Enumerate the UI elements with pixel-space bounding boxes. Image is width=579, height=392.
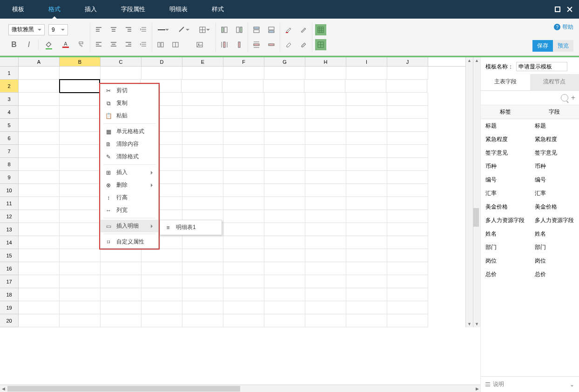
outdent-icon[interactable]	[138, 39, 149, 50]
svg-rect-9	[240, 27, 242, 33]
font-size-select[interactable]: 9	[48, 24, 68, 35]
svg-rect-15	[269, 31, 274, 33]
chevron-down-icon	[38, 29, 41, 33]
svg-rect-14	[254, 30, 259, 33]
help-label: 帮助	[562, 23, 573, 31]
tab-field-attr[interactable]: 字段属性	[109, 0, 157, 19]
svg-rect-0	[79, 42, 83, 44]
indent-icon[interactable]	[138, 24, 149, 35]
ribbon: 微软雅黑 9 B I A	[0, 19, 579, 56]
tab-detail-table[interactable]: 明细表	[157, 0, 200, 19]
chevron-down-icon	[61, 29, 65, 33]
font-name-select[interactable]: 微软雅黑	[8, 24, 45, 35]
insert-col-right-icon[interactable]	[234, 24, 245, 35]
svg-rect-11	[223, 42, 225, 47]
svg-rect-2	[158, 42, 160, 47]
delete-row-icon[interactable]	[251, 39, 262, 50]
chevron-down-icon	[165, 29, 169, 33]
insert-col-left-icon[interactable]	[219, 24, 230, 35]
chevron-down-icon	[186, 29, 189, 33]
line-style-button[interactable]	[175, 24, 192, 35]
help-link[interactable]: ?帮助	[554, 23, 573, 31]
font-color-button[interactable]: A	[59, 40, 72, 49]
tab-template[interactable]: 模板	[0, 0, 36, 19]
align-top-right-icon[interactable]	[123, 24, 134, 35]
borders-button[interactable]	[196, 24, 213, 35]
image-icon[interactable]	[194, 39, 205, 50]
svg-rect-12	[238, 42, 240, 47]
clear-format-icon[interactable]	[283, 24, 294, 35]
grid-view2-icon[interactable]	[315, 39, 326, 50]
format-painter-button[interactable]	[76, 39, 87, 50]
fill-color-button[interactable]	[42, 40, 55, 49]
delete-row2-icon[interactable]	[266, 39, 277, 50]
menubar: 模板 格式 插入 字段属性 明细表 样式	[0, 0, 579, 19]
tab-insert[interactable]: 插入	[73, 0, 109, 19]
close-icon[interactable]	[565, 5, 574, 14]
align-center-icon[interactable]	[108, 39, 119, 50]
svg-rect-19	[318, 27, 323, 33]
svg-rect-3	[161, 42, 163, 47]
delete-col2-icon[interactable]	[234, 39, 245, 50]
align-top-left-icon[interactable]	[93, 24, 104, 35]
help-icon: ?	[554, 24, 560, 30]
merge-center-icon[interactable]	[170, 39, 181, 50]
font-name-label: 微软雅黑	[12, 26, 34, 34]
clear-all-icon[interactable]	[298, 24, 309, 35]
align-top-center-icon[interactable]	[108, 24, 119, 35]
insert-row-above-icon[interactable]	[251, 24, 262, 35]
eraser-icon[interactable]	[283, 39, 294, 50]
svg-rect-8	[224, 27, 227, 33]
save-button[interactable]: 保存	[532, 40, 553, 52]
align-right-icon[interactable]	[123, 39, 134, 50]
insert-row-below-icon[interactable]	[266, 24, 277, 35]
merge-left-icon[interactable]	[155, 39, 166, 50]
italic-button[interactable]: I	[23, 39, 34, 50]
align-left-icon[interactable]	[93, 39, 104, 50]
tab-style[interactable]: 样式	[200, 0, 236, 19]
window-controls	[550, 5, 579, 14]
tab-format[interactable]: 格式	[36, 0, 73, 19]
preview-button[interactable]: 预览	[553, 40, 573, 52]
maximize-icon[interactable]	[553, 5, 562, 14]
svg-rect-7	[222, 27, 223, 33]
chevron-down-icon	[206, 29, 210, 33]
svg-rect-17	[254, 44, 259, 46]
bold-button[interactable]: B	[8, 39, 20, 50]
grid-view1-icon[interactable]	[315, 24, 326, 35]
svg-rect-16	[269, 27, 274, 30]
eraser2-icon[interactable]	[298, 39, 309, 50]
delete-col-icon[interactable]	[219, 39, 230, 50]
border-color-button[interactable]	[155, 24, 172, 35]
svg-point-6	[198, 43, 200, 45]
svg-rect-18	[269, 44, 274, 46]
font-size-label: 9	[52, 27, 55, 33]
svg-rect-13	[254, 27, 259, 29]
svg-rect-10	[236, 27, 239, 33]
ribbon-right: ?帮助 保存 预览	[532, 19, 573, 56]
